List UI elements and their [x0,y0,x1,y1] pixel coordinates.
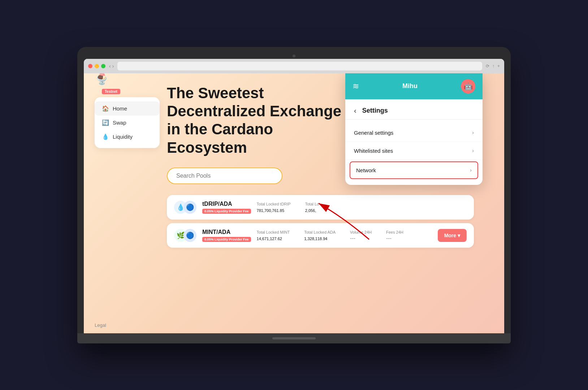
nav-forward[interactable]: › [112,63,114,69]
pool-fee-mint: 0.05% Liquidity Provider Fee [202,237,251,242]
settings-panel: ≋ Mihu 🤖 ‹ Settings General settings › [345,73,483,185]
settings-whitelisted-chevron: › [472,148,474,153]
share-icon[interactable]: ↑ [492,64,494,69]
pool-fee-tdrip: 0.05% Liquidity Provider Fee [202,209,251,214]
traffic-lights [88,64,105,68]
settings-whitelisted-label: Whitelisted sites [354,148,393,154]
sidebar-item-liquidity-label: Liquidity [113,134,133,140]
legal-link[interactable]: Legal [95,322,106,328]
stat-value-locked-tdrip: 781,700,761.85 [257,207,291,213]
settings-header-title: Mihu [402,82,418,90]
settings-title: Settings [362,107,388,114]
home-icon: 🏠 [102,105,109,112]
settings-general-chevron: › [472,130,474,135]
stat-label-volume-mint: Volume 24H [350,230,372,234]
stat-label-locked-mint: Total Locked MINT [257,230,290,234]
pool-name-mint: MINT/ADA [202,229,251,235]
pool-row: 💧 🔵 tDRIP/ADA 0.05% Liquidity Provider F… [167,195,474,220]
sidebar-item-home-label: Home [113,105,127,112]
pool-stats-mint: Total Locked MINT 14,671,127.62 Total Lo… [257,230,432,241]
pool-stat-locked-ada-tdrip: Total Lo 2,056, [305,202,319,213]
settings-network-item[interactable]: Network › [350,161,478,179]
settings-avatar[interactable]: 🤖 [461,79,475,94]
browser-content: 🍨 Testnet 🏠 Home 🔄 Swap 💧 Liquidity [84,73,504,333]
browser-actions: ⟳ ↑ + [486,64,500,69]
stat-label-locked-ada-mint: Total Locked ADA [304,230,336,234]
browser-chrome: ‹ › ⟳ ↑ + 🍨 Testnet 🏠 Home [84,59,504,333]
stat-label-fees-mint: Fees 24H [386,230,403,234]
sidebar-item-home[interactable]: 🏠 Home [95,101,160,116]
app-logo: 🍨 [95,73,109,85]
nav-card: 🏠 Home 🔄 Swap 💧 Liquidity [95,97,160,148]
stat-value-locked-ada-mint: 1,328,118.94 [304,235,336,241]
pool-stat-locked-mint: Total Locked MINT 14,671,127.62 [257,230,290,241]
pool-stat-fees-mint: Fees 24H --- [386,230,403,241]
laptop-notch [272,337,316,339]
browser-toolbar: ‹ › ⟳ ↑ + [84,59,504,73]
sidebar-item-swap[interactable]: 🔄 Swap [95,116,160,130]
stat-value-locked-mint: 14,671,127.62 [257,235,290,241]
stat-value-locked-ada-tdrip: 2,056, [305,207,319,213]
settings-general-item[interactable]: General settings › [345,124,483,142]
sidebar-item-liquidity[interactable]: 💧 Liquidity [95,130,160,144]
pool-name-tdrip: tDRIP/ADA [202,201,251,207]
settings-network-chevron: › [470,167,472,173]
search-input[interactable] [167,168,282,184]
pool-icons-tdrip: 💧 🔵 [174,201,196,214]
more-button[interactable]: More ▾ [438,229,467,242]
pool-info-mint: MINT/ADA 0.05% Liquidity Provider Fee [202,229,251,242]
traffic-light-green[interactable] [101,64,105,68]
stat-value-fees-mint: --- [386,235,403,241]
reload-icon[interactable]: ⟳ [486,64,489,69]
traffic-light-yellow[interactable] [95,64,99,68]
settings-whitelisted-item[interactable]: Whitelisted sites › [345,142,483,160]
pool-icon-ada-mint: 🔵 [183,229,196,242]
laptop-camera [293,55,295,57]
pool-stat-locked-ada-mint: Total Locked ADA 1,328,118.94 [304,230,336,241]
sidebar-item-swap-label: Swap [113,120,126,126]
settings-header-nfc-icon: ≋ [353,82,359,91]
settings-general-label: General settings [354,130,393,136]
pool-row-mint: 🌿 🔵 MINT/ADA 0.05% Liquidity Provider Fe… [167,223,474,248]
traffic-light-red[interactable] [88,64,92,68]
pools-container: 💧 🔵 tDRIP/ADA 0.05% Liquidity Provider F… [167,195,504,248]
settings-back-button[interactable]: ‹ [354,107,356,115]
testnet-badge: Testnet [102,89,120,94]
pool-icons-mint: 🌿 🔵 [174,229,196,242]
pool-stat-volume-mint: Volume 24H --- [350,230,372,241]
stat-label-locked-tdrip: Total Locked tDRIP [257,202,291,206]
plus-icon[interactable]: + [497,64,500,69]
sidebar: Testnet 🏠 Home 🔄 Swap 💧 Liquidity [95,88,160,148]
nav-buttons: ‹ › [109,63,114,69]
stat-value-volume-mint: --- [350,235,372,241]
pool-stats-tdrip: Total Locked tDRIP 781,700,761.85 Total … [257,202,467,213]
stat-label-locked-ada-tdrip: Total Lo [305,202,319,206]
pool-icon-ada: 🔵 [183,201,196,214]
settings-menu: General settings › Whitelisted sites › N… [345,120,483,185]
settings-header: ≋ Mihu 🤖 [345,73,483,99]
pool-stat-locked-tdrip: Total Locked tDRIP 781,700,761.85 [257,202,291,213]
settings-network-label: Network [356,167,376,173]
liquidity-icon: 💧 [102,133,109,140]
laptop-top-bar [84,53,504,59]
laptop-shell: ‹ › ⟳ ↑ + 🍨 Testnet 🏠 Home [77,47,511,343]
address-bar[interactable] [117,62,482,70]
hero-title: The Sweetest Decentralized Exchange in t… [167,84,347,157]
settings-title-bar: ‹ Settings [345,99,483,120]
swap-icon: 🔄 [102,119,109,126]
nav-back[interactable]: ‹ [109,63,111,69]
laptop-base [77,333,511,343]
pool-info-tdrip: tDRIP/ADA 0.05% Liquidity Provider Fee [202,201,251,214]
